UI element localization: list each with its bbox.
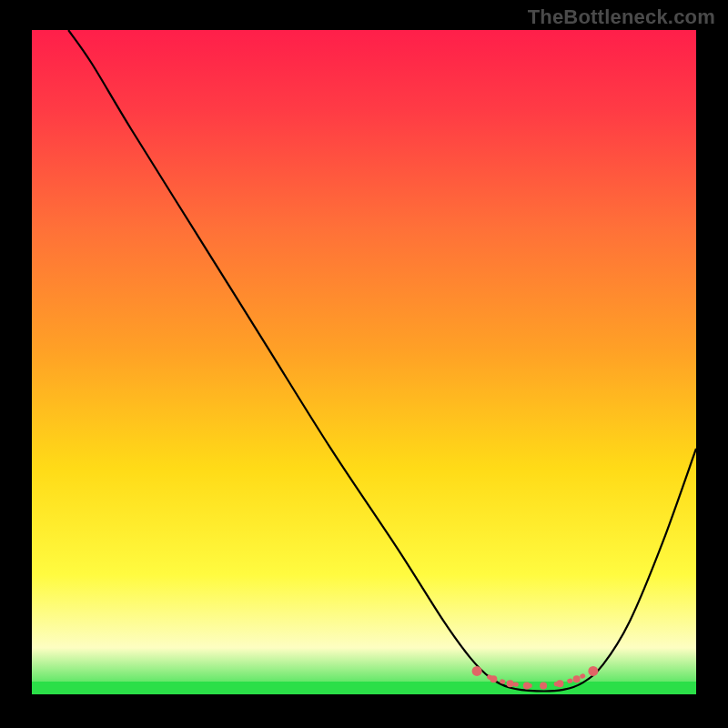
svg-point-7 <box>573 675 581 682</box>
watermark-text: TheBottleneck.com <box>528 5 715 29</box>
chart-container: TheBottleneck.com <box>0 0 728 728</box>
plot-area <box>32 30 696 694</box>
svg-point-3 <box>507 680 514 687</box>
optimal-range-markers <box>472 666 599 690</box>
svg-point-1 <box>472 666 482 676</box>
svg-point-8 <box>588 666 598 676</box>
svg-point-6 <box>556 680 563 687</box>
svg-point-5 <box>540 682 547 690</box>
curve-layer <box>32 30 696 694</box>
bottleneck-curve <box>68 30 696 692</box>
svg-point-4 <box>523 682 531 690</box>
svg-point-2 <box>490 675 497 682</box>
